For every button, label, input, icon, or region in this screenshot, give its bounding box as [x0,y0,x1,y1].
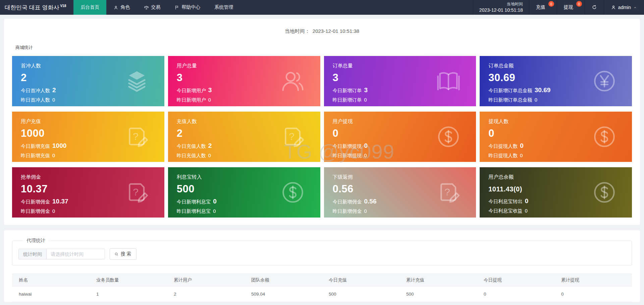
card-yesterday-line: 昨日新增订单总金额 0 [488,97,623,103]
card-today-value: 2 [208,142,212,149]
stat-time-label: 统计时间 [18,249,46,259]
stat-card: 抢单佣金 10.37 今日新增佣金 10.37 昨日新增佣金 0 ? [12,167,164,218]
card-today-label: 今日新增佣金 [21,199,50,205]
dollar-icon [279,179,306,206]
recharge-label: 充值 [536,4,545,10]
table-header: 今日充值 [322,274,399,287]
card-today-value: 0 [213,198,217,205]
table-header: 累计用户 [167,274,245,287]
stat-card: 下级返佣 0.56 今日新增佣金 0.56 昨日新增佣金 0 ? [324,167,476,218]
nav-item-0[interactable]: 后台首页 [73,0,106,15]
page-time: 当地时间：2023-12-01 10:51:38 [12,28,632,35]
local-time-block: 当地时间 2023-12-01 10:51:18 [473,0,529,15]
card-today-value: 3 [364,86,368,94]
stat-time-input[interactable] [46,249,105,259]
table-header: 姓名 [12,274,90,287]
withdraw-button[interactable]: 提现 0 [557,0,585,15]
nav-item-2[interactable]: 交易 [137,0,167,15]
card-yesterday-line: 昨日新增利息宝 0 [177,208,312,215]
topbar: 대한민국 대표 영화사 V18 后台首页角色交易帮助中心系统管理 当地时间 20… [0,0,644,15]
card-yesterday-line: 昨日新增佣金 0 [333,208,468,215]
card-yesterday-line: 昨日首冲人数 0 [21,97,156,103]
table-cell: 0 [477,287,554,302]
nav-item-4[interactable]: 系统管理 [207,0,240,15]
card-yesterday-line: 昨日新增订单 0 [333,97,468,103]
chevron-up-icon [633,5,637,10]
user-menu[interactable]: admin [604,0,644,15]
refresh-button[interactable] [585,0,604,15]
card-today-value: 10.37 [52,198,68,205]
card-today-value: 0.56 [364,198,377,205]
table-header-row: 姓名业务员数量累计用户团队余额今日充值累计充值今日提现累计提现 [12,274,632,287]
card-today-value: 2 [52,86,56,94]
stat-card: 订单总金额 30.69 今日新增订单总金额 30.69 昨日新增订单总金额 0 [480,56,632,106]
doc-icon: ? [435,179,462,206]
card-today-value: 3 [208,86,212,94]
card-today-label: 今日新增充值 [21,143,50,149]
card-yesterday-line: 今日利息宝收益 0 [488,208,623,214]
table-cell: 2 [167,287,245,302]
card-yesterday-value: 0 [364,208,367,214]
local-time-label: 当地时间 [507,1,523,7]
user-icon [611,5,616,10]
withdraw-label: 提现 [564,4,573,10]
table-header: 团队余额 [245,274,322,287]
table-header: 累计提现 [554,274,632,287]
card-yesterday-label: 昨日新增提现 [333,152,362,159]
table-cell: 500 [322,287,399,302]
local-time-value: 2023-12-01 10:51:18 [479,7,523,14]
card-today-label: 今日首冲人数 [21,87,50,94]
users-icon [279,68,306,95]
search-label: 搜索 [121,251,132,257]
card-yesterday-label: 昨日新增佣金 [21,208,50,215]
card-yesterday-label: 昨日充值人数 [177,152,206,159]
book-icon [435,68,462,95]
card-yesterday-label: 昨日新增充值 [21,152,50,159]
svg-text:?: ? [133,186,139,197]
stat-card: 用户提现 0 今日新增提现 0 昨日新增提现 0 [324,112,476,162]
agent-table: 姓名业务员数量累计用户团队余额今日充值累计充值今日提现累计提现 haiwai12… [12,273,632,302]
search-icon [114,252,119,257]
table-header: 今日提现 [477,274,554,287]
agent-fieldset: 代理统计 统计时间 搜索 [12,238,632,265]
card-yesterday-label: 昨日新增佣金 [333,208,362,215]
brand-version: V18 [60,4,66,8]
withdraw-badge: 0 [576,1,582,7]
card-yesterday-value: 0 [364,97,367,103]
doc-icon: ? [123,123,150,150]
stat-card: 首冲人数 2 今日首冲人数 2 昨日首冲人数 0 [12,56,164,106]
nav-item-label: 系统管理 [214,4,233,10]
stat-card: 利息宝转入 500 今日新增利息宝 0 昨日新增利息宝 0 [168,167,320,218]
filter-row: 统计时间 搜索 [18,248,626,260]
doc-icon: ? [279,123,306,150]
card-today-label: 今日提现人数 [488,143,518,149]
topbar-right: 当地时间 2023-12-01 10:51:18 充值 0 提现 0 admin [473,0,644,15]
card-yesterday-label: 昨日新增订单 [333,97,362,103]
card-yesterday-label: 昨日新增订单总金额 [488,97,532,103]
dollar-icon [591,179,618,206]
flag-icon [174,5,179,10]
stat-card: 用户充值 1000 今日新增充值 1000 昨日新增充值 0 ? [12,112,164,162]
stats-grid: 首冲人数 2 今日首冲人数 2 昨日首冲人数 0 用户总量 3 今日新增用户 3… [12,56,632,218]
stat-card: 提现人数 0 今日提现人数 0 昨日提现人数 0 [480,112,632,162]
nav-item-3[interactable]: 帮助中心 [167,0,207,15]
nav-item-1[interactable]: 角色 [106,0,137,15]
stat-card: 订单总量 3 今日新增订单 3 昨日新增订单 0 [324,56,476,106]
nav-item-label: 交易 [151,4,160,10]
table-cell: 0 [554,287,632,302]
svg-text:?: ? [133,131,139,142]
card-today-label: 今日新增利息宝 [177,199,211,205]
scales-icon [144,5,149,10]
refresh-icon [592,5,597,10]
dollar-icon [591,123,618,150]
card-yesterday-label: 昨日新增利息宝 [177,208,211,215]
card-today-label: 今日新增订单总金额 [488,87,532,94]
recharge-button[interactable]: 充值 0 [529,0,557,15]
card-yesterday-value: 0 [525,208,528,213]
nav-item-label: 帮助中心 [181,4,200,10]
card-yesterday-line: 昨日充值人数 0 [177,152,312,159]
section-title: 商城统计 [15,45,632,51]
card-yesterday-value: 0 [52,208,55,214]
search-button[interactable]: 搜索 [110,248,137,260]
svg-text:?: ? [445,186,450,197]
